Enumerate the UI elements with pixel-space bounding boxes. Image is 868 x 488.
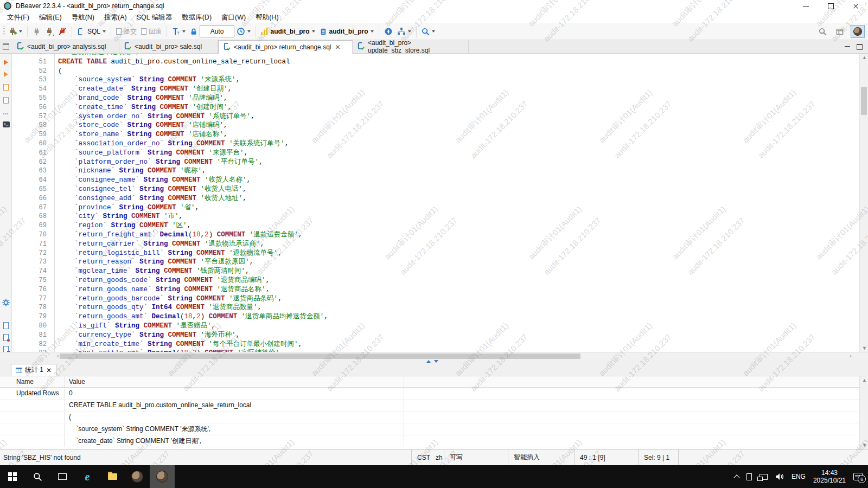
menu-item-1[interactable]: 编辑(E) [34,12,67,23]
menu-item-5[interactable]: 数据库(D) [177,12,216,23]
autocommit-select[interactable]: Auto [200,25,234,37]
editor-horizontal-scrollbar[interactable]: ‹ › [0,352,868,360]
sql-editor-button[interactable]: SQL [75,26,108,37]
grid-scroll-down-icon[interactable]: ▼ [862,442,867,448]
rollback-button[interactable]: 回滚 [139,25,164,38]
compass-button[interactable] [382,25,395,37]
code-pane[interactable]: 50-- 在线销售退单建表语句51CREATE TABLE audit_bi_p… [12,54,859,352]
grid-row[interactable]: ( [0,412,868,423]
code-token [136,331,140,339]
transaction-mode-button[interactable] [170,26,188,37]
menu-item-0[interactable]: 文件(F) [2,12,34,23]
script-save-button[interactable] [2,345,10,352]
action-center-button[interactable]: 6 [853,473,863,480]
line-number: 70 [12,230,55,240]
collapse-down-icon[interactable] [434,360,438,363]
code-token: `region` [74,222,107,229]
datasource-select[interactable]: audit_bi_pro [259,26,317,37]
code-token: ) [201,313,205,320]
open-console-button[interactable]: >_ [2,120,10,128]
taskbar-search-button[interactable] [25,465,50,488]
dbeaver-taskbar-button-active[interactable] [150,465,175,488]
execute-new-tab-button[interactable] [2,70,10,78]
menu-item-7[interactable]: 帮助(H) [251,12,283,23]
start-button[interactable] [0,465,25,488]
transaction-log-button[interactable] [234,25,253,37]
code-line: 82`min_create_time` String COMMENT '每个平台… [12,340,859,349]
menu-item-4[interactable]: SQL 编辑器 [132,12,177,23]
ie-button[interactable]: e [75,465,100,488]
minimize-button[interactable] [793,0,818,12]
scroll-left-icon[interactable]: ‹ [57,352,59,359]
commit-button[interactable]: 提交 [114,25,139,38]
statistics-tab-close-icon[interactable]: ✕ [46,367,52,374]
editor-tab-3[interactable]: <audit_bi_pro> update_sbz_store.sql [353,40,469,53]
taskbar-clock[interactable]: 14:43 2025/10/21 [813,469,846,484]
close-button[interactable] [843,0,868,12]
menu-item-6[interactable]: 窗口(W) [216,12,251,23]
more-actions-button[interactable]: … [2,108,10,116]
editor-tab-close-icon[interactable]: ✕ [334,43,340,51]
menu-item-2[interactable]: 导航(N) [67,12,99,23]
grid-row[interactable]: CREATE TABLE audit_bi_pro.custom_online_… [0,400,868,412]
lock-button[interactable] [188,26,200,37]
script-log-button[interactable] [2,333,10,341]
code-token: '退款运费金额' [250,231,298,239]
editor-tab-0[interactable]: <audit_bi_pro> analysis.sql [12,40,119,53]
dbeaver-taskbar-button[interactable] [125,465,150,488]
file-explorer-button[interactable] [100,465,125,488]
grid-row[interactable]: `source_system` String COMMENT '来源系统', [0,423,868,435]
maximize-button[interactable] [818,0,843,12]
disconnect-button[interactable] [56,25,69,37]
line-number: 80 [12,322,55,331]
tray-expand-icon[interactable] [733,474,739,480]
code-token: `source_platform` [74,149,144,157]
code-token [201,176,205,184]
editor-vertical-scrollbar[interactable]: ▲ ▼ [859,54,868,352]
tab-minimize-icon[interactable] [845,46,850,47]
connect-button[interactable] [30,26,43,37]
language-indicator[interactable]: ENG [792,473,806,480]
editor-tab-2[interactable]: <audit_bi_pro> return_change.sql✕ [218,40,353,54]
execute-script-button[interactable] [2,84,10,91]
network-icon[interactable] [760,474,768,480]
editor-tab-1[interactable]: <audit_bi_pro> sale.sql [119,40,218,53]
panel-splitter[interactable] [0,360,868,364]
script-output-button[interactable] [2,322,10,329]
database-select[interactable]: audit_bi_pro [317,26,376,37]
horizontal-scroll-thumb[interactable] [60,354,580,359]
sitemap-button[interactable] [395,25,413,37]
dbeaver-perspective-button[interactable] [851,25,865,38]
code-token: COMMENT [176,149,205,157]
scroll-right-icon[interactable]: › [850,352,852,359]
explain-plan-button[interactable] [2,97,10,104]
editor-settings-button[interactable] [2,299,10,306]
quick-search-button[interactable] [816,26,829,37]
filter-t-icon [172,28,180,36]
tab-maximize-icon[interactable] [857,44,863,50]
usb-icon[interactable] [746,473,752,480]
search-button[interactable] [419,26,437,37]
sql-editor[interactable]: 50-- 在线销售退单建表语句51CREATE TABLE audit_bi_p… [0,54,868,352]
code-text: `return_logistic_bill` String COMMENT '退… [55,249,282,258]
tab-bar-leading-icon[interactable] [0,40,12,53]
grid-vertical-scrollbar[interactable]: ▲ ▼ [859,376,868,449]
splitter-sash[interactable] [426,360,438,363]
grid-row[interactable]: Updated Rows0 [0,388,868,400]
scroll-down-icon[interactable]: ▼ [862,345,867,351]
statistics-tab[interactable]: 统计 1 ✕ [11,364,56,376]
reconnect-button[interactable] [43,25,56,37]
execute-statement-button[interactable] [2,59,10,66]
new-connection-button[interactable] [6,25,24,37]
grid-scroll-up-icon[interactable]: ▲ [862,377,867,383]
collapse-up-icon[interactable] [426,360,431,363]
grid-row[interactable]: `create_date` String COMMENT '创建日期', [0,435,868,447]
scroll-up-icon[interactable]: ▲ [862,55,867,60]
open-perspective-button[interactable] [833,26,846,37]
volume-icon[interactable] [775,473,784,480]
menu-item-3[interactable]: 搜索(A) [99,12,132,23]
code-token: , [224,94,228,102]
code-token: '退款物流承运商' [205,240,260,248]
vertical-scroll-thumb[interactable] [861,87,867,115]
task-view-button[interactable] [50,465,75,488]
